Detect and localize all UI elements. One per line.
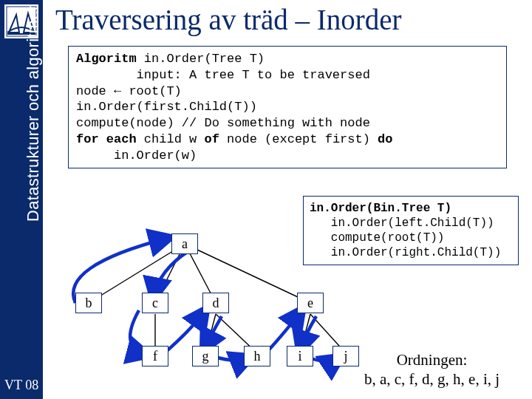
tree-node-g: g [192, 346, 219, 366]
algo-line4: in.Order(first.Child(T)) [76, 100, 257, 114]
sidebar: Datastrukturer och algoritmer VT 08 [0, 0, 43, 399]
tree-node-a: a [171, 233, 198, 254]
tree-node-d: d [202, 293, 229, 313]
algorithm-box: Algoritm in.Order(Tree T) input: A tree … [68, 46, 507, 168]
ordering-text: Ordningen: b, a, c, f, d, g, h, e, i, j [345, 350, 519, 389]
page-title: Traversering av träd – Inorder [55, 3, 402, 36]
kw-algoritm: Algoritm [76, 52, 137, 66]
tree-node-e: e [297, 293, 324, 313]
ordering-sequence: b, a, c, f, d, g, h, e, i, j [364, 370, 499, 388]
tree-node-b: b [75, 293, 102, 313]
algo-line6b: child w [137, 132, 205, 146]
ordering-label: Ordningen: [397, 351, 468, 369]
tree-node-j: j [332, 346, 359, 366]
algo-line1b: in.Order(Tree T) [137, 52, 265, 66]
algo-line3: node ← root(T) [76, 84, 182, 98]
algo-line2: input: A tree T to be traversed [76, 68, 370, 82]
kw-do: do [378, 132, 392, 146]
tree-node-c: c [142, 293, 168, 313]
tree-node-i: i [287, 346, 313, 366]
course-label: Datastrukturer och algoritmer [24, 4, 43, 222]
algo-line6d: node (except first) [219, 132, 378, 146]
algo-line5: compute(node) // Do something with node [76, 116, 370, 130]
tree-node-f: f [142, 346, 168, 366]
kw-foreach: for each [76, 132, 137, 146]
term-label: VT 08 [4, 378, 38, 393]
tree-node-h: h [244, 346, 270, 366]
algo-line7: in.Order(w) [76, 149, 197, 163]
kw-of: of [204, 132, 219, 146]
